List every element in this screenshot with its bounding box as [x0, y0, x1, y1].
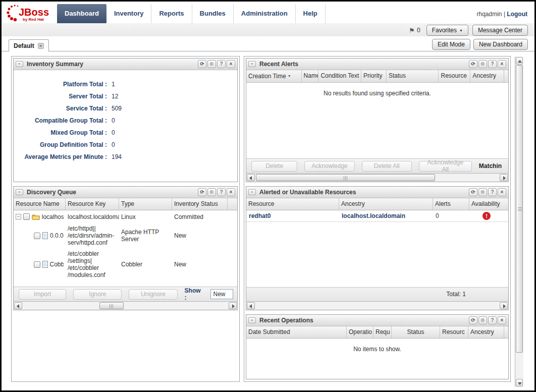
- close-icon[interactable]: ×: [38, 43, 44, 49]
- vertical-scrollbar[interactable]: [515, 57, 523, 387]
- column-status[interactable]: Status: [392, 326, 440, 338]
- nav-tab-reports[interactable]: Reports: [151, 4, 192, 23]
- scrollbar-thumb[interactable]: [99, 302, 124, 309]
- summary-row: Server Total :12: [14, 90, 237, 102]
- horizontal-scrollbar[interactable]: [14, 301, 237, 310]
- column-status[interactable]: Status: [387, 70, 439, 82]
- scroll-up-arrow[interactable]: [516, 57, 523, 65]
- help-icon[interactable]: ?: [488, 60, 497, 68]
- column-creation-time[interactable]: Creation Time▼: [246, 70, 302, 82]
- scroll-left-arrow[interactable]: [247, 174, 255, 181]
- close-icon[interactable]: ×: [227, 60, 235, 68]
- document-icon: [42, 261, 48, 268]
- column-resource-key[interactable]: Resource Key: [66, 198, 119, 210]
- gear-icon[interactable]: ⚙: [207, 60, 216, 68]
- delete-label: Delete: [265, 162, 283, 170]
- scroll-left-arrow[interactable]: [14, 302, 22, 309]
- gear-icon[interactable]: ⚙: [478, 316, 487, 324]
- refresh-icon[interactable]: ⟳: [469, 316, 477, 324]
- favorites-button[interactable]: Favorites ▼: [426, 25, 468, 36]
- row-checkbox[interactable]: [23, 213, 30, 220]
- table-row[interactable]: redhat0 localhost.localdomain 0 !: [246, 210, 508, 222]
- column-type[interactable]: Type: [119, 198, 172, 210]
- column-resource[interactable]: Resourc: [440, 326, 468, 338]
- gear-icon[interactable]: ⚙: [478, 188, 487, 196]
- resource-link[interactable]: redhat0: [246, 212, 339, 219]
- column-alerts[interactable]: Alerts: [433, 198, 469, 210]
- scroll-right-arrow[interactable]: [229, 302, 237, 309]
- help-icon[interactable]: ?: [488, 316, 497, 324]
- column-ancestry[interactable]: Ancestry: [468, 326, 504, 338]
- user-area: rhqadmin | Logout: [477, 11, 528, 18]
- column-resource[interactable]: Resource: [439, 70, 470, 82]
- table-row[interactable]: 0.0.0 /etc/httpd|| /etc/dirsrv/admin- se…: [14, 223, 237, 248]
- minimize-button[interactable]: −: [248, 189, 256, 195]
- inventory-status: New: [172, 232, 228, 239]
- column-availability[interactable]: Availability: [469, 198, 508, 210]
- column-date-submitted[interactable]: Date Submitted: [246, 326, 347, 338]
- refresh-icon[interactable]: ⟳: [469, 60, 477, 68]
- unignore-button[interactable]: Unignore: [129, 289, 177, 300]
- ancestry-link[interactable]: localhost.localdomain: [339, 212, 433, 219]
- horizontal-scrollbar[interactable]: [246, 301, 508, 310]
- acknowledge-button[interactable]: Acknowledge: [304, 161, 354, 172]
- column-name[interactable]: Name: [302, 70, 319, 82]
- import-button[interactable]: Import: [19, 289, 66, 300]
- close-icon[interactable]: ×: [498, 60, 506, 68]
- nav-tab-dashboard[interactable]: Dashboard: [57, 4, 106, 23]
- close-icon[interactable]: ×: [498, 188, 506, 196]
- refresh-icon[interactable]: ⟳: [198, 188, 206, 196]
- scrollbar-thumb[interactable]: [256, 174, 435, 181]
- nav-tab-administration[interactable]: Administration: [234, 4, 296, 23]
- column-resource[interactable]: Resource: [246, 198, 339, 210]
- table-row[interactable]: Cobb /etc/cobbler /settings| /etc/cobble…: [14, 248, 237, 281]
- minimize-button[interactable]: −: [16, 61, 23, 67]
- column-condition-text[interactable]: Condition Text: [318, 70, 361, 82]
- row-checkbox[interactable]: [34, 233, 40, 239]
- summary-value: 1: [112, 81, 115, 88]
- delete-button[interactable]: Delete: [251, 161, 297, 172]
- help-icon[interactable]: ?: [488, 188, 497, 196]
- nav-tab-inventory[interactable]: Inventory: [106, 4, 152, 23]
- delete-all-button[interactable]: Delete All: [362, 161, 412, 172]
- minimize-button[interactable]: −: [16, 189, 23, 195]
- scroll-right-arrow[interactable]: [500, 174, 508, 181]
- new-dashboard-button[interactable]: New Dashboard: [473, 39, 528, 50]
- scroll-left-arrow[interactable]: [247, 302, 255, 309]
- message-center-button[interactable]: Message Center: [472, 25, 528, 36]
- gear-icon[interactable]: ⚙: [207, 188, 216, 196]
- column-resource-name[interactable]: Resource Name: [14, 198, 66, 210]
- close-icon[interactable]: ×: [227, 188, 235, 196]
- logout-link[interactable]: Logout: [507, 11, 527, 18]
- scroll-down-arrow[interactable]: [516, 379, 523, 386]
- nav-tab-bundles[interactable]: Bundles: [192, 4, 234, 23]
- column-requester[interactable]: Requ: [373, 326, 392, 338]
- edit-mode-button[interactable]: Edit Mode: [432, 39, 470, 50]
- refresh-icon[interactable]: ⟳: [469, 188, 477, 196]
- scrollbar-thumb[interactable]: [516, 65, 523, 353]
- table-row[interactable]: − localhos localhost.localdomain Linux C…: [14, 210, 237, 223]
- column-ancestry[interactable]: Ancestry: [339, 198, 433, 210]
- minimize-button[interactable]: −: [248, 317, 256, 323]
- column-operation[interactable]: Operatio: [347, 326, 373, 338]
- minimize-button[interactable]: −: [248, 61, 256, 67]
- horizontal-scrollbar[interactable]: [246, 173, 508, 182]
- refresh-icon[interactable]: ⟳: [198, 60, 206, 68]
- tree-collapse-icon[interactable]: −: [16, 214, 21, 219]
- close-icon[interactable]: ×: [498, 316, 506, 324]
- tab-default[interactable]: Default ×: [9, 39, 49, 51]
- column-ancestry[interactable]: Ancestry: [470, 70, 504, 82]
- gear-icon[interactable]: ⚙: [478, 60, 487, 68]
- scroll-right-arrow[interactable]: [500, 302, 508, 309]
- show-filter-select[interactable]: New: [210, 289, 233, 299]
- flag-counter[interactable]: ⚑ 0: [409, 27, 420, 34]
- acknowledge-all-button[interactable]: Acknowledge All: [419, 161, 472, 172]
- row-checkbox[interactable]: [34, 261, 40, 268]
- ignore-button[interactable]: Ignore: [73, 289, 122, 300]
- summary-label: Compatible Group Total :: [14, 117, 107, 124]
- nav-tab-help[interactable]: Help: [296, 4, 326, 23]
- help-icon[interactable]: ?: [217, 188, 226, 196]
- column-priority[interactable]: Priority: [361, 70, 387, 82]
- help-icon[interactable]: ?: [217, 60, 226, 68]
- column-inventory-status[interactable]: Inventory Status: [172, 198, 228, 210]
